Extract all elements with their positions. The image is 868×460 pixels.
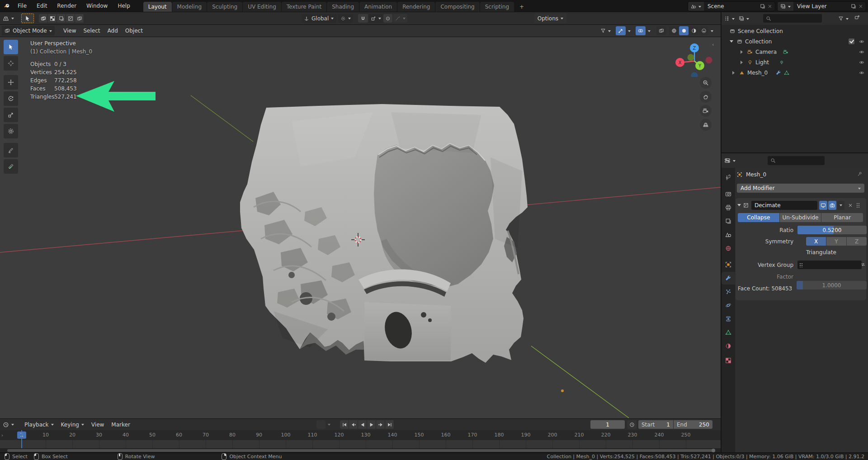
new-scene-icon[interactable] xyxy=(760,4,765,9)
tab-planar[interactable]: Planar xyxy=(821,213,863,222)
view-layer-selector[interactable]: View Layer xyxy=(777,1,866,11)
scene-name[interactable]: Scene xyxy=(704,3,760,9)
mode-dropdown[interactable]: Object Mode xyxy=(2,26,55,36)
outliner-row-light[interactable]: Light xyxy=(722,57,868,67)
menu-select[interactable]: Select xyxy=(80,25,104,37)
outliner-row-camera[interactable]: Camera xyxy=(722,47,868,57)
pin-icon[interactable] xyxy=(857,171,863,177)
outliner-row-scene-collection[interactable]: Scene Collection xyxy=(722,26,868,36)
outliner-display-mode-dropdown[interactable] xyxy=(739,14,749,23)
menu-playback[interactable]: Playback xyxy=(21,419,57,430)
frame-end-field[interactable]: End 250 xyxy=(674,420,712,429)
remove-view-layer-icon[interactable] xyxy=(858,4,863,9)
symmetry-z-button[interactable]: Z xyxy=(847,237,867,246)
select-mode-intersect[interactable] xyxy=(75,14,84,23)
outliner-row-mesh0[interactable]: Mesh_0 xyxy=(722,67,868,78)
tab-shading[interactable]: Shading xyxy=(327,2,359,12)
tab-scene[interactable] xyxy=(722,228,735,241)
gizmos-dropdown[interactable] xyxy=(628,30,631,33)
select-mode-extend[interactable] xyxy=(48,14,57,23)
view-layer-browse-icon[interactable] xyxy=(778,2,793,11)
symmetry-x-button[interactable]: X xyxy=(806,237,826,246)
tool-rotate[interactable] xyxy=(4,91,18,106)
menu-view[interactable]: View xyxy=(60,25,80,37)
tool-move[interactable] xyxy=(4,75,18,90)
menu-keying[interactable]: Keying xyxy=(57,419,88,430)
collection-expand-icon[interactable] xyxy=(730,40,733,44)
shading-wireframe-icon[interactable] xyxy=(669,26,679,35)
current-frame-field[interactable]: 1 xyxy=(590,420,625,429)
transform-orientation-dropdown[interactable]: Global xyxy=(301,14,336,23)
tab-material[interactable] xyxy=(722,340,735,352)
light-expand-icon[interactable] xyxy=(741,61,745,64)
object-visibility-dropdown[interactable] xyxy=(600,27,611,35)
outliner-search-input[interactable] xyxy=(763,14,822,23)
timeline-collapse-arrow[interactable]: › xyxy=(1,433,3,438)
tool-annotate[interactable] xyxy=(4,143,18,157)
use-preview-range-button[interactable] xyxy=(627,420,637,429)
menu-marker[interactable]: Marker xyxy=(108,419,133,430)
tab-animation[interactable]: Animation xyxy=(359,2,397,12)
prev-keyframe-button[interactable] xyxy=(349,420,358,429)
tab-output[interactable] xyxy=(722,201,735,214)
play-button[interactable] xyxy=(367,420,376,429)
record-button[interactable] xyxy=(316,420,326,429)
timeline-scrollbar-handle[interactable] xyxy=(712,449,715,452)
proportional-editing-toggle[interactable] xyxy=(383,14,392,23)
mesh0-hide-icon[interactable] xyxy=(859,70,864,76)
scene-browse-icon[interactable] xyxy=(688,2,704,11)
select-mode-subtract[interactable] xyxy=(57,14,66,23)
next-keyframe-button[interactable] xyxy=(376,420,385,429)
gizmos-toggle[interactable] xyxy=(616,26,626,35)
properties-search-input[interactable] xyxy=(768,156,825,165)
timeline-ruler[interactable]: 1 10203040506070809010011012013014015016… xyxy=(0,430,721,440)
modifier-close-icon[interactable] xyxy=(848,203,853,208)
menu-window[interactable]: Window xyxy=(81,0,113,12)
shading-rendered-icon[interactable] xyxy=(699,26,708,35)
view-layer-name[interactable]: View Layer xyxy=(793,3,851,9)
modifier-expand-icon[interactable] xyxy=(737,204,741,208)
new-collection-button[interactable] xyxy=(854,14,860,21)
menu-view-timeline[interactable]: View xyxy=(88,419,108,430)
add-workspace-button[interactable]: + xyxy=(514,2,529,12)
camera-view-button[interactable] xyxy=(700,105,712,117)
play-reverse-button[interactable] xyxy=(358,420,367,429)
tab-scripting[interactable]: Scripting xyxy=(480,2,514,12)
shading-dropdown[interactable] xyxy=(711,30,713,33)
playhead-line[interactable] xyxy=(21,430,22,448)
navigation-gizmo[interactable]: X Y Z xyxy=(675,41,715,77)
tab-unsubdivide[interactable]: Un-Subdivide xyxy=(780,213,821,222)
tool-cursor[interactable] xyxy=(4,56,18,71)
menu-help[interactable]: Help xyxy=(113,0,135,12)
light-hide-icon[interactable] xyxy=(859,60,864,65)
camera-hide-icon[interactable] xyxy=(859,49,864,55)
snap-with-dropdown[interactable] xyxy=(369,14,383,23)
tab-uv-editing[interactable]: UV Editing xyxy=(243,2,281,12)
select-mode-invert[interactable] xyxy=(66,14,75,23)
breadcrumb-object-name[interactable]: Mesh_0 xyxy=(746,171,766,178)
outliner-editor-type-button[interactable] xyxy=(724,14,735,23)
modifier-extras-dropdown[interactable] xyxy=(837,201,844,210)
menu-object[interactable]: Object xyxy=(122,25,146,37)
mesh0-expand-icon[interactable] xyxy=(732,71,736,75)
tab-render[interactable] xyxy=(722,188,735,200)
factor-slider[interactable]: 1.0000 xyxy=(797,281,867,289)
overlays-toggle[interactable] xyxy=(636,26,646,35)
tab-texture[interactable] xyxy=(722,354,735,367)
tab-modifiers[interactable] xyxy=(722,272,735,285)
tab-object-data[interactable] xyxy=(722,326,735,339)
tab-tool[interactable] xyxy=(722,171,735,184)
timeline-editor-type-button[interactable] xyxy=(3,420,14,429)
tab-layout[interactable]: Layout xyxy=(143,2,172,12)
tool-scale[interactable] xyxy=(4,108,18,122)
options-dropdown[interactable]: Options xyxy=(534,14,567,23)
menu-file[interactable]: File xyxy=(13,0,32,12)
outliner-filter-dropdown[interactable] xyxy=(838,14,849,23)
modifier-display-render-toggle[interactable] xyxy=(828,201,836,210)
tab-particles[interactable] xyxy=(722,285,735,298)
menu-edit[interactable]: Edit xyxy=(32,0,52,12)
tab-rendering[interactable]: Rendering xyxy=(397,2,435,12)
tab-texture-paint[interactable]: Texture Paint xyxy=(282,2,326,12)
jump-to-end-button[interactable] xyxy=(385,420,394,429)
collection-hide-icon[interactable] xyxy=(859,39,864,44)
